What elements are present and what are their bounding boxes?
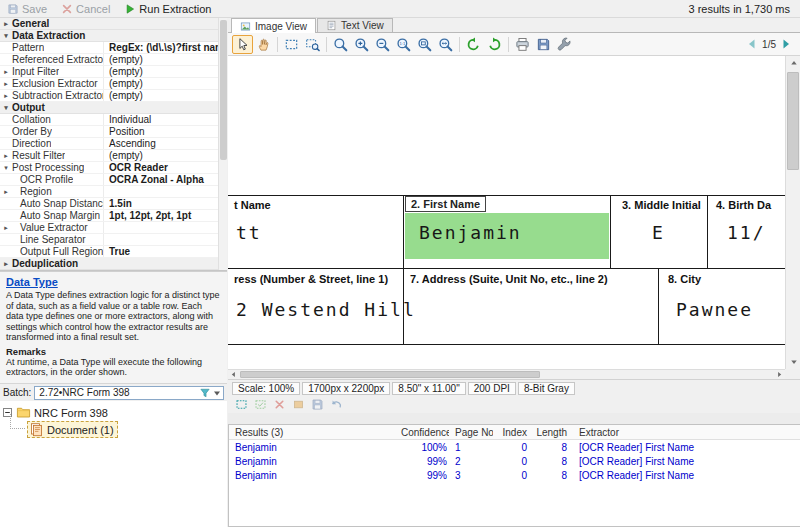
scrollbar-thumb[interactable] <box>787 72 799 170</box>
property-value[interactable]: RegEx: (\d\.\s)?first name <box>104 42 218 53</box>
property-row-output-full-region[interactable]: Output Full RegionTrue <box>0 246 218 258</box>
highlight-swatch-button[interactable] <box>289 397 307 413</box>
property-row-auto-snap-margin[interactable]: Auto Snap Margin1pt, 12pt, 2pt, 1pt <box>0 210 218 222</box>
expander-icon[interactable]: ▾ <box>0 30 12 41</box>
pan-tool-button[interactable] <box>253 35 274 54</box>
property-value[interactable]: True <box>104 246 218 257</box>
vertical-scrollbar[interactable] <box>785 56 800 369</box>
property-value[interactable]: (empty) <box>104 90 218 101</box>
results-column-header-page-no[interactable]: Page No <box>449 427 493 438</box>
image-settings-button[interactable] <box>554 35 575 54</box>
document-viewport[interactable]: t Name 2. First Name 3. Middle Initial 4… <box>228 56 800 379</box>
expander-icon[interactable]: ▾ <box>0 102 12 113</box>
property-value[interactable]: (empty) <box>104 78 218 89</box>
results-column-header-index[interactable]: Index <box>493 427 529 438</box>
rotate-left-button[interactable] <box>463 35 484 54</box>
export-button[interactable] <box>533 35 554 54</box>
result-row[interactable]: Benjamin100%108[OCR Reader] First Name <box>229 440 800 454</box>
property-row-exclusion-extractor[interactable]: ▸Exclusion Extractor(empty) <box>0 78 218 90</box>
expander-icon[interactable]: ▸ <box>0 222 12 233</box>
property-row-result-filter[interactable]: ▸Result Filter(empty) <box>0 150 218 162</box>
property-category-data-extraction[interactable]: ▾Data Extraction <box>0 30 218 42</box>
property-category-general[interactable]: ▸General <box>0 18 218 30</box>
property-row-order-by[interactable]: Order ByPosition <box>0 126 218 138</box>
save-image-button[interactable] <box>308 397 326 413</box>
property-value[interactable]: (empty) <box>104 66 218 77</box>
expander-icon[interactable]: ▸ <box>0 258 12 269</box>
horizontal-scrollbar[interactable] <box>228 369 785 379</box>
expander-icon[interactable]: ▸ <box>0 66 12 77</box>
property-value[interactable]: 1.5in <box>104 198 218 209</box>
property-row-referenced-extractors[interactable]: Referenced Extractors(empty) <box>0 54 218 66</box>
next-page-button[interactable] <box>780 38 792 50</box>
property-value[interactable]: OCR Reader <box>104 162 218 173</box>
property-value[interactable]: Position <box>104 126 218 137</box>
property-value[interactable]: Ascending <box>104 138 218 149</box>
zoom-in-button[interactable] <box>351 35 372 54</box>
zoom-fit-button[interactable] <box>414 35 435 54</box>
pointer-tool-button[interactable] <box>232 35 253 54</box>
property-grid-scrollbar[interactable] <box>218 18 227 271</box>
property-row-ocr-profile[interactable]: OCR ProfileOCRA Zonal - Alpha <box>0 174 218 186</box>
scroll-right-icon[interactable] <box>774 370 785 379</box>
property-value[interactable] <box>104 186 218 197</box>
form-field-value[interactable]: Benjamin <box>419 222 522 243</box>
horizontal-splitter[interactable] <box>228 413 800 424</box>
zone-selection-box[interactable]: 2. First Name <box>405 196 486 212</box>
save-button[interactable]: Save <box>0 0 54 17</box>
filter-icon[interactable] <box>199 387 211 399</box>
expander-icon[interactable]: ▸ <box>0 78 12 89</box>
result-row[interactable]: Benjamin99%308[OCR Reader] First Name <box>229 468 800 482</box>
results-column-header-confidence[interactable]: Confidence <box>401 427 449 438</box>
scroll-down-icon[interactable] <box>786 355 800 369</box>
property-row-collation[interactable]: CollationIndividual <box>0 114 218 126</box>
property-value[interactable]: (empty) <box>104 54 218 65</box>
property-row-direction[interactable]: DirectionAscending <box>0 138 218 150</box>
property-row-pattern[interactable]: PatternRegEx: (\d\.\s)?first name <box>0 42 218 54</box>
previous-page-button[interactable] <box>746 38 758 50</box>
expander-icon[interactable]: ▸ <box>0 150 12 161</box>
zoom-width-button[interactable] <box>435 35 456 54</box>
results-column-header-results-3[interactable]: Results (3) <box>229 427 401 438</box>
property-row-subtraction-extractor[interactable]: ▸Subtraction Extractor(empty) <box>0 90 218 102</box>
undo-button[interactable] <box>327 397 345 413</box>
property-row-input-filter[interactable]: ▸Input Filter(empty) <box>0 66 218 78</box>
results-column-header-length[interactable]: Length <box>529 427 569 438</box>
snap-region-button[interactable] <box>251 397 269 413</box>
result-row[interactable]: Benjamin99%208[OCR Reader] First Name <box>229 454 800 468</box>
new-region-button[interactable] <box>232 397 250 413</box>
cancel-button[interactable]: Cancel <box>54 0 117 17</box>
property-value[interactable] <box>104 222 218 233</box>
help-title-link[interactable]: Data Type <box>6 276 221 288</box>
property-value[interactable]: Individual <box>104 114 218 125</box>
property-row-region[interactable]: ▸Region <box>0 186 218 198</box>
print-button[interactable] <box>512 35 533 54</box>
results-column-header-extractor[interactable]: Extractor <box>569 427 800 438</box>
property-value[interactable] <box>104 234 218 245</box>
scrollbar-thumb[interactable] <box>240 371 540 378</box>
expander-icon[interactable]: ▸ <box>0 18 12 29</box>
property-category-output[interactable]: ▾Output <box>0 102 218 114</box>
select-region-tool-button[interactable] <box>281 35 302 54</box>
chevron-down-icon[interactable] <box>211 387 223 399</box>
run-extraction-button[interactable]: Run Extraction <box>117 0 218 17</box>
scroll-up-icon[interactable] <box>786 56 800 70</box>
expander-icon[interactable]: ▾ <box>0 162 12 173</box>
property-value[interactable]: OCRA Zonal - Alpha <box>104 174 218 185</box>
scrollbar-thumb[interactable] <box>220 20 227 160</box>
property-row-auto-snap-distance[interactable]: Auto Snap Distance1.5in <box>0 198 218 210</box>
property-category-deduplication[interactable]: ▸Deduplication <box>0 258 218 270</box>
magnifier-tool-button[interactable] <box>330 35 351 54</box>
scroll-left-icon[interactable] <box>228 370 239 379</box>
property-row-value-extractor[interactable]: ▸Value Extractor <box>0 222 218 234</box>
property-row-line-separator[interactable]: Line Separator <box>0 234 218 246</box>
tab-text-view[interactable]: Text View <box>317 18 393 32</box>
zoom-actual-button[interactable]: 1:1 <box>393 35 414 54</box>
property-value[interactable]: (empty) <box>104 150 218 161</box>
rotate-right-button[interactable] <box>484 35 505 54</box>
document-page[interactable]: t Name 2. First Name 3. Middle Initial 4… <box>228 56 785 369</box>
property-value[interactable]: 1pt, 12pt, 2pt, 1pt <box>104 210 218 221</box>
tab-image-view[interactable]: Image View <box>231 18 316 33</box>
zoom-out-button[interactable] <box>372 35 393 54</box>
property-row-post-processing[interactable]: ▾Post ProcessingOCR Reader <box>0 162 218 174</box>
